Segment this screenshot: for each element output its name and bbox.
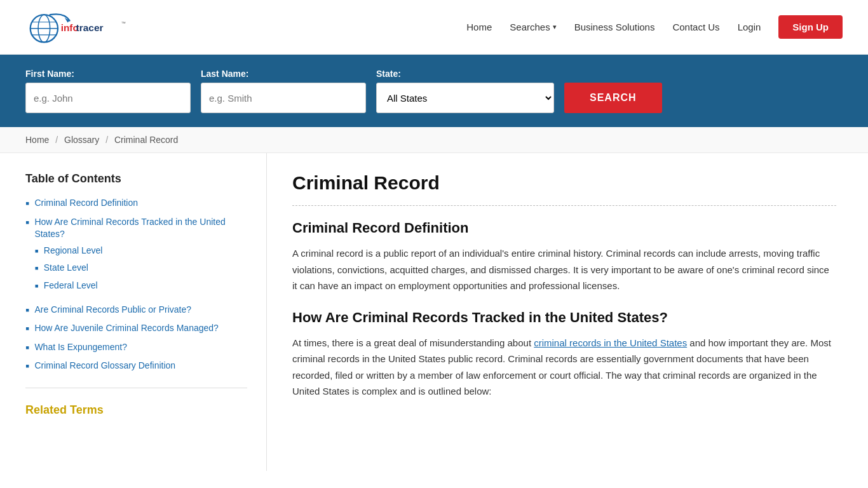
list-item: ▪ Are Criminal Records Public or Private… [25,304,247,316]
section-tracked: How Are Criminal Records Tracked in the … [292,309,836,400]
main-nav: Home Searches ▾ Business Solutions Conta… [466,15,843,39]
breadcrumb-home[interactable]: Home [25,135,49,145]
list-item: ▪ How Are Criminal Records Tracked in th… [25,216,247,297]
section-paragraph-tracked: At times, there is a great deal of misun… [292,335,836,400]
toc-link-glossary[interactable]: Criminal Record Glossary Definition [34,360,175,372]
list-item: ▪ State Level [34,262,247,274]
main-content: Table of Contents ▪ Criminal Record Defi… [0,153,868,471]
toc-title: Table of Contents [25,172,247,186]
bullet-icon: ▪ [25,198,29,209]
breadcrumb-current: Criminal Record [114,135,178,145]
toc-link-public-private[interactable]: Are Criminal Records Public or Private? [34,304,191,316]
section-heading-tracked: How Are Criminal Records Tracked in the … [292,309,836,326]
state-select[interactable]: All StatesAlabamaAlaskaArizonaArkansasCa… [376,83,554,113]
toc-link-expungement[interactable]: What Is Expungement? [34,341,127,354]
login-button[interactable]: Login [738,22,761,32]
first-name-label: First Name: [25,69,191,79]
svg-text:tracer: tracer [76,22,104,33]
first-name-input[interactable] [25,83,191,113]
last-name-input[interactable] [201,83,366,113]
criminal-records-link[interactable]: criminal records in the United States [534,337,687,348]
breadcrumb: Home / Glossary / Criminal Record [0,127,868,153]
list-item: ▪ What Is Expungement? [25,341,247,354]
last-name-label: Last Name: [201,69,366,79]
article-title: Criminal Record [292,172,836,194]
section-definition: Criminal Record Definition A criminal re… [292,220,836,294]
bullet-icon: ▪ [34,280,38,292]
nav-business-solutions[interactable]: Business Solutions [574,22,655,32]
header: info tracer ™ Home Searches ▾ Business S… [0,0,868,55]
nav-contact-us[interactable]: Contact Us [672,22,719,32]
logo: info tracer ™ [25,6,133,48]
toc-list: ▪ Criminal Record Definition ▪ How Are C… [25,197,247,372]
bullet-icon: ▪ [25,342,29,353]
bullet-icon: ▪ [25,304,29,316]
state-label: State: [376,69,554,79]
nav-searches[interactable]: Searches ▾ [510,22,556,32]
search-button[interactable]: SEARCH [564,83,662,113]
breadcrumb-glossary[interactable]: Glossary [64,135,99,145]
search-bar: First Name: Last Name: State: All States… [0,55,868,127]
toc-link-federal[interactable]: Federal Level [44,280,98,292]
sidebar: Table of Contents ▪ Criminal Record Defi… [0,153,267,471]
last-name-field: Last Name: [201,69,366,113]
list-item: ▪ Criminal Record Definition [25,197,247,210]
toc-link-state[interactable]: State Level [44,262,88,274]
toc-link-definition[interactable]: Criminal Record Definition [34,197,138,210]
list-item: ▪ How Are Juvenile Criminal Records Mana… [25,322,247,335]
bullet-icon: ▪ [34,245,38,257]
article-divider [292,205,836,206]
nav-home[interactable]: Home [466,22,492,32]
bullet-icon: ▪ [25,360,29,372]
section-heading-definition: Criminal Record Definition [292,220,836,236]
breadcrumb-sep-2: / [105,135,108,145]
toc-link-juvenile[interactable]: How Are Juvenile Criminal Records Manage… [34,322,218,335]
logo-area: info tracer ™ [25,6,133,48]
toc-sub-list: ▪ Regional Level ▪ State Level ▪ Federal… [34,245,247,292]
toc-link-tracked[interactable]: How Are Criminal Records Tracked in the … [34,217,225,240]
sidebar-divider [25,388,247,388]
section-paragraph-definition: A criminal record is a public report of … [292,245,836,294]
related-terms-title: Related Terms [25,403,247,417]
article: Criminal Record Criminal Record Definiti… [267,153,868,471]
breadcrumb-sep-1: / [55,135,58,145]
bullet-icon: ▪ [25,217,29,228]
toc-link-regional[interactable]: Regional Level [44,245,103,257]
list-item: ▪ Regional Level [34,245,247,257]
svg-text:™: ™ [121,21,126,25]
state-field: State: All StatesAlabamaAlaskaArizonaArk… [376,69,554,113]
bullet-icon: ▪ [34,262,38,274]
list-item: ▪ Criminal Record Glossary Definition [25,360,247,372]
chevron-down-icon: ▾ [553,23,557,31]
first-name-field: First Name: [25,69,191,113]
bullet-icon: ▪ [25,323,29,334]
signup-button[interactable]: Sign Up [778,15,843,39]
list-item: ▪ Federal Level [34,280,247,292]
